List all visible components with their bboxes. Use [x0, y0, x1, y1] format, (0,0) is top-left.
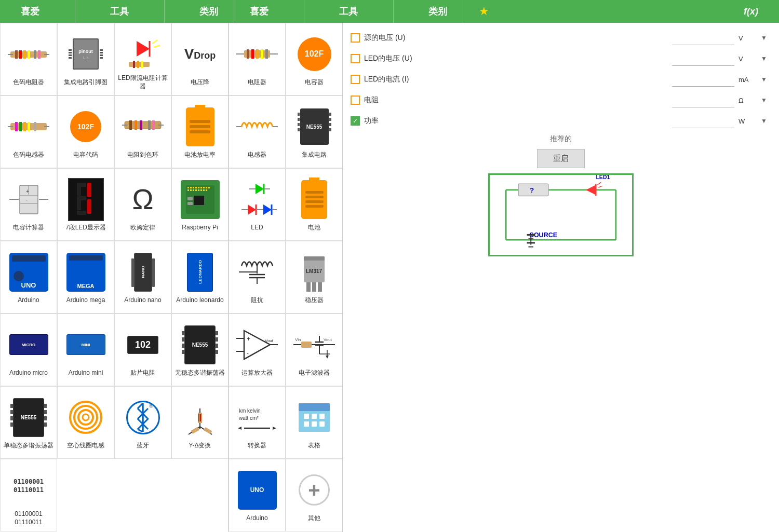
tool-capacitor-calc[interactable]: + - 电容计算器	[0, 168, 57, 241]
svg-rect-3	[15, 50, 18, 59]
bluetooth-icon: ®	[121, 395, 165, 440]
mid-opamp[interactable]: + - Vout 运算放大器	[229, 313, 286, 386]
mid-regulator[interactable]: LM317 稳压器	[286, 241, 343, 313]
tool-arduino-leonardo[interactable]: LEONARDO Arduino leonardo	[171, 241, 229, 313]
mid-converter[interactable]: km kelvin watt cm² 转换器	[229, 386, 286, 459]
resistor-input[interactable]	[672, 93, 734, 107]
led-current-input[interactable]	[672, 72, 734, 87]
tool-astable[interactable]: NE555 无稳态多谐振荡器	[171, 313, 229, 386]
led-voltage-row: LED的电压 (U) V ▼	[351, 51, 771, 66]
svg-rect-80	[203, 427, 211, 434]
mid-capacitor[interactable]: 102F 电容器	[286, 23, 343, 96]
mid-inductor[interactable]: 电感器	[229, 96, 286, 168]
tool-arduino-nano[interactable]: NANO Arduino nano	[114, 241, 171, 313]
tool-led-resistor[interactable]: LED限流电阻计算器	[114, 23, 171, 96]
svg-rect-147	[312, 421, 317, 427]
svg-rect-24	[34, 122, 36, 131]
svg-rect-32	[152, 120, 155, 130]
led-resistor-icon	[121, 28, 165, 72]
svg-rect-68	[187, 202, 193, 205]
svg-rect-29	[135, 120, 137, 130]
led-voltage-input[interactable]	[672, 51, 734, 66]
tool-raspberry-pi[interactable]: Raspberry Pi	[171, 168, 229, 241]
mid-table[interactable]: 表格	[286, 386, 343, 459]
svg-text:-: -	[26, 197, 28, 202]
resistor-checkbox[interactable]	[351, 96, 360, 105]
svg-rect-110	[304, 256, 325, 261]
cap-102-display: 102F	[70, 111, 101, 142]
tool-arduino-uno[interactable]: UNO Arduino	[0, 241, 57, 313]
resistor-dropdown[interactable]: ▼	[761, 97, 771, 104]
ic-pinout-icon: pinout 1 8	[64, 32, 108, 76]
tool-resistor-color[interactable]: 电阻到色环	[114, 96, 171, 168]
tool-color-resistor[interactable]: 色码电阻器	[0, 23, 57, 96]
source-voltage-dropdown[interactable]: ▼	[761, 34, 771, 42]
mid-impedance-label: 阻抗	[251, 296, 263, 305]
source-voltage-checkbox[interactable]	[351, 33, 360, 43]
tool-arduino-mini[interactable]: MINI Arduino mini	[57, 313, 114, 386]
led-voltage-checkbox[interactable]	[351, 54, 360, 63]
right-panel: 源的电压 (U) V ▼ LED的电压 (U) V ▼ LED的电流 (I) m…	[343, 23, 779, 532]
svg-rect-12	[133, 61, 135, 68]
mid-filter[interactable]: Vin Vout	[286, 313, 343, 386]
tool-air-coil[interactable]: 空心线圈电感	[57, 386, 114, 459]
svg-marker-155	[586, 185, 596, 195]
led-current-unit: mA	[738, 76, 757, 84]
power-row: 功率 W ▼	[351, 114, 771, 128]
svg-text:Vin: Vin	[295, 337, 301, 342]
tool-capacitor-code[interactable]: 102F 电容代码	[57, 96, 114, 168]
tool-ic-pinout[interactable]: pinout 1 8	[57, 23, 114, 96]
mid-ic-label: 集成电路	[302, 151, 327, 159]
tool-color-inductor[interactable]: 色码电感器	[0, 96, 57, 168]
tool-arduino-mega[interactable]: MEGA Arduino mega	[57, 241, 114, 313]
led-voltage-dropdown[interactable]: ▼	[761, 55, 771, 62]
svg-marker-139	[238, 427, 241, 430]
svg-text:?: ?	[530, 186, 534, 194]
mid-resistor-icon	[235, 32, 279, 76]
power-dropdown[interactable]: ▼	[761, 117, 771, 125]
mid-arduino-label: Arduino	[246, 514, 267, 523]
mid-ic[interactable]: NE555 集成电路	[286, 96, 343, 168]
arduino-nano-label: Arduino nano	[124, 296, 161, 305]
mid-led[interactable]: LED	[229, 168, 286, 241]
tool-voltage-drop[interactable]: VDrop 电压降	[171, 23, 229, 96]
arduino-mega-label: Arduino mega	[66, 296, 105, 305]
svg-rect-63	[200, 189, 202, 191]
tool-arduino-micro[interactable]: MICRO Arduino micro	[0, 313, 57, 386]
mid-battery[interactable]: 电池	[286, 168, 343, 241]
power-checkbox[interactable]	[351, 116, 360, 126]
mid-cap-display: 102F	[298, 37, 331, 71]
svg-rect-46	[77, 187, 81, 196]
fx-label[interactable]: f(x)	[736, 6, 766, 17]
led-current-checkbox[interactable]	[351, 75, 360, 84]
mid-arduino[interactable]: UNO Arduino	[229, 459, 286, 531]
tool-battery-rate[interactable]: 电池放电率	[171, 96, 229, 168]
left-tool-panel: 色码电阻器 pinout 1	[0, 23, 229, 532]
svg-rect-86	[261, 49, 263, 59]
mid-regulator-label: 稳压器	[305, 296, 324, 305]
svg-rect-23	[28, 122, 30, 131]
power-input[interactable]	[672, 114, 734, 128]
svg-rect-44	[77, 196, 86, 200]
tool-smd-resistor[interactable]: 102 贴片电阻	[114, 313, 171, 386]
mid-impedance[interactable]: 阻抗	[229, 241, 286, 313]
tool-binary[interactable]: 0110000101110011 0110000101110011	[0, 459, 57, 531]
led-current-row: LED的电流 (I) mA ▼	[351, 72, 771, 87]
mid-resistor[interactable]: 电阻器	[229, 23, 286, 96]
tool-7seg[interactable]: 7段LED显示器	[57, 168, 114, 241]
tool-monostable[interactable]: NE555 单稳态多谐振荡器	[0, 386, 57, 459]
svg-rect-64	[203, 189, 205, 191]
led-current-dropdown[interactable]: ▼	[761, 76, 771, 83]
source-voltage-input[interactable]	[672, 31, 734, 45]
tool-ohm-law[interactable]: Ω 欧姆定律	[114, 168, 171, 241]
mid-inductor-icon	[235, 105, 279, 149]
mid-filter-icon: Vin Vout	[292, 323, 337, 367]
capacitor-code-icon: 102F	[64, 105, 108, 149]
mid-capacitor-label: 电容器	[305, 78, 324, 87]
svg-text:LED1: LED1	[596, 174, 610, 180]
mid-other[interactable]: + 其他	[286, 459, 343, 531]
svg-rect-14	[141, 61, 143, 68]
restart-button[interactable]: 重启	[537, 149, 585, 168]
tool-y-delta[interactable]: Y-Δ变换	[171, 386, 229, 459]
tool-bluetooth[interactable]: ® 蓝牙	[114, 386, 171, 459]
